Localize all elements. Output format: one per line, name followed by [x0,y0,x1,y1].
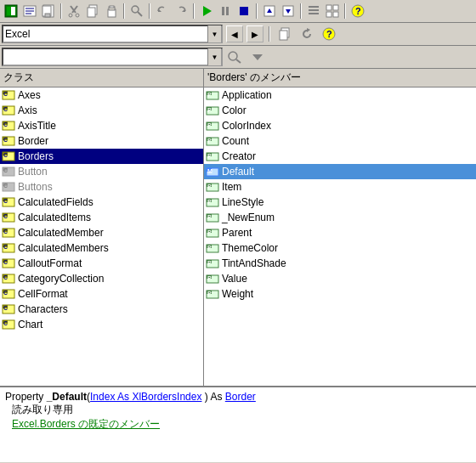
svg-text:C: C [3,198,8,204]
member-list-item[interactable]: P ColorIndex [204,118,476,133]
tb-dropdown-btn[interactable] [248,48,267,66]
member-list-item[interactable]: P LineStyle [204,195,476,210]
tb-icon-pause[interactable] [216,2,235,20]
svg-text:?: ? [355,6,361,16]
svg-text:C: C [3,137,8,143]
svg-rect-9 [45,14,50,17]
svg-text:C: C [3,259,8,265]
svg-text:P: P [207,92,212,98]
member-icon: P [206,226,219,240]
tb-icon-settings[interactable] [304,2,323,20]
class-list-item[interactable]: C CalculatedMembers [0,240,203,256]
class-item-label: Button [18,166,48,178]
svg-line-46 [236,59,241,63]
class-icon: C [2,88,15,102]
tb-icon-1[interactable] [2,2,20,20]
class-list-item[interactable]: C CalculatedFields [0,195,203,210]
svg-text:C: C [3,106,8,112]
tb-icon-components[interactable] [323,2,342,20]
class-icon: C [2,272,15,285]
class-icon: C [2,119,15,133]
svg-text:C: C [3,305,8,311]
member-item-label: TintAndShade [222,257,286,269]
tb-icon-redo[interactable] [172,2,190,20]
tb-icon-help[interactable]: ? [348,2,367,20]
prop-keyword: Property [5,391,47,403]
class-icon: C [2,257,15,270]
class-list-item[interactable]: C CalculatedItems [0,210,203,225]
tb-icon-help2[interactable]: ? [320,25,338,43]
svg-text:P: P [207,214,212,220]
sep-7 [344,3,346,19]
tb-search-btn[interactable] [226,48,245,66]
nav-prev-btn[interactable]: ◀ [226,25,243,42]
member-list-item[interactable]: P TintAndShade [204,256,476,271]
class-icon: C [2,302,15,316]
member-list-item[interactable]: P Weight [204,286,476,302]
tb-icon-3[interactable] [39,2,58,20]
member-list-item[interactable]: P Count [204,133,476,149]
tb-icon-copy2[interactable] [275,25,294,43]
tb-icon-2[interactable] [20,2,39,20]
class-icon: C [2,211,15,224]
tb-icon-cut[interactable] [65,2,83,20]
svg-text:P: P [207,245,212,251]
tb-icon-run[interactable] [197,2,216,20]
member-list-item[interactable]: P Value [204,271,476,286]
excel-combo-input[interactable]: Excel [3,28,207,40]
class-item-label: Chart [18,319,42,330]
class-list-item[interactable]: C Border [0,133,203,149]
class-list-item[interactable]: C CalloutFormat [0,256,203,271]
class-list-item[interactable]: C Characters [0,302,203,317]
member-list-item[interactable]: P Creator [204,149,476,164]
prop-return-link[interactable]: Border [225,391,256,403]
class-list-item[interactable]: C AxisTitle [0,118,203,133]
member-list-item[interactable]: P _NewEnum [204,210,476,225]
default-member-link[interactable]: Excel.Borders の既定のメンバー [12,418,160,430]
tb-icon-import[interactable] [260,2,279,20]
svg-text:C: C [3,213,8,219]
svg-text:C: C [3,91,8,97]
class-icon: C [2,180,15,194]
class-list-item[interactable]: C CellFormat [0,286,203,302]
svg-text:?: ? [326,29,332,39]
svg-rect-24 [222,7,224,15]
tb-icon-refresh[interactable] [298,25,316,43]
member-list-item[interactable]: P Color [204,103,476,118]
class-list-item[interactable]: C Axis [0,103,203,118]
svg-rect-33 [309,6,319,8]
tb-icon-find[interactable] [128,2,146,20]
class-list-item[interactable]: C CalculatedMember [0,225,203,240]
member-icon: M [206,165,219,178]
svg-text:C: C [3,229,8,234]
class-list-item[interactable]: C Borders [0,149,203,164]
tb-icon-undo[interactable] [153,2,172,20]
member-list-item[interactable]: M Default [204,164,476,179]
tb-icon-stop[interactable] [235,2,253,20]
class-icon: C [2,134,15,148]
member-list-item[interactable]: P Item [204,179,476,195]
class-list-item[interactable]: C Axes [0,88,203,103]
tb-icon-copy[interactable] [83,2,102,20]
svg-rect-41 [280,31,287,40]
member-list-item[interactable]: P Parent [204,225,476,240]
tb-icon-export[interactable] [279,2,298,20]
search-combo-dropdown[interactable]: ▼ [207,48,221,65]
tb-icon-paste[interactable] [102,2,121,20]
sep-5 [256,3,258,19]
class-list-item[interactable]: C Chart [0,317,203,332]
class-list-item[interactable]: C Buttons [0,179,203,195]
member-icon: P [206,180,219,194]
svg-text:P: P [207,122,212,128]
search-input[interactable] [3,51,207,63]
class-list-item[interactable]: C Button [0,164,203,179]
class-item-label: CalculatedMember [18,227,104,239]
nav-next-btn[interactable]: ▶ [246,25,264,42]
member-list-item[interactable]: P ThemeColor [204,240,476,256]
svg-marker-42 [307,28,310,32]
class-icon: C [2,318,15,331]
class-list-item[interactable]: C CategoryCollection [0,271,203,286]
prop-param-link[interactable]: Index As XlBordersIndex [90,391,201,403]
excel-combo-dropdown[interactable]: ▼ [207,25,221,42]
member-list-item[interactable]: P Application [204,88,476,103]
